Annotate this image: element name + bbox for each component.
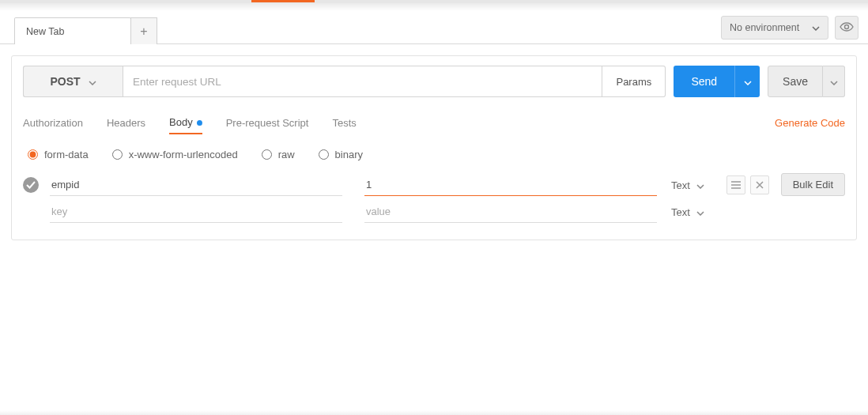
bulk-edit-button[interactable]: Bulk Edit [781, 173, 845, 196]
formdata-key-input[interactable] [50, 201, 342, 223]
radio-formdata[interactable] [28, 149, 38, 160]
row-enabled-toggle[interactable] [23, 177, 39, 193]
close-icon [756, 178, 764, 192]
eye-icon [840, 21, 854, 35]
body-type-label: raw [278, 149, 295, 160]
request-panel: POST Params Send Save Authorization Head… [11, 55, 857, 240]
generate-code-link[interactable]: Generate Code [775, 117, 845, 129]
save-button[interactable]: Save [768, 66, 823, 97]
send-dropdown[interactable] [734, 66, 760, 97]
environment-label: No environment [730, 22, 799, 33]
body-type-formdata[interactable]: form-data [28, 149, 89, 160]
formdata-type-dropdown[interactable]: Text [671, 206, 712, 218]
body-type-label: form-data [44, 149, 89, 160]
request-tab[interactable]: New Tab [14, 17, 131, 44]
row-reorder-button[interactable] [726, 175, 745, 194]
hamburger-icon [731, 178, 741, 192]
method-dropdown[interactable]: POST [23, 66, 123, 97]
method-label: POST [50, 75, 80, 88]
body-type-label: x-www-form-urlencoded [129, 149, 238, 160]
tab-body-label: Body [169, 116, 193, 128]
chevron-down-icon [744, 74, 752, 89]
formdata-type-dropdown[interactable]: Text [671, 179, 712, 191]
radio-binary[interactable] [319, 149, 329, 160]
chevron-down-icon [89, 75, 96, 88]
save-dropdown[interactable] [823, 66, 845, 97]
tab-prerequest[interactable]: Pre-request Script [226, 112, 309, 134]
tab-authorization[interactable]: Authorization [23, 112, 83, 134]
body-type-binary[interactable]: binary [319, 149, 363, 160]
type-label: Text [671, 179, 690, 191]
radio-raw[interactable] [262, 149, 272, 160]
chevron-down-icon [696, 206, 704, 218]
svg-point-0 [845, 25, 849, 29]
tab-tests[interactable]: Tests [332, 112, 356, 134]
body-type-raw[interactable]: raw [262, 149, 295, 160]
environment-dropdown[interactable]: No environment [721, 16, 828, 40]
chevron-down-icon [696, 179, 704, 191]
environment-preview-button[interactable] [835, 16, 859, 40]
formdata-key-input[interactable] [50, 174, 342, 196]
body-type-label: binary [335, 149, 363, 160]
tab-headers[interactable]: Headers [107, 112, 145, 134]
formdata-row: Text [23, 172, 845, 198]
type-label: Text [671, 206, 690, 218]
formdata-value-input[interactable] [364, 174, 657, 196]
send-button[interactable]: Send [674, 66, 734, 97]
chevron-down-icon [812, 22, 820, 33]
params-button[interactable]: Params [602, 66, 666, 97]
formdata-row-new: Text [23, 198, 845, 225]
unsaved-dot-icon [197, 120, 202, 126]
radio-urlencoded[interactable] [112, 149, 123, 160]
chevron-down-icon [830, 74, 838, 89]
row-delete-button[interactable] [750, 175, 769, 194]
formdata-value-input[interactable] [364, 201, 657, 223]
tab-body[interactable]: Body [169, 111, 202, 134]
url-input[interactable] [123, 66, 602, 97]
body-type-urlencoded[interactable]: x-www-form-urlencoded [112, 149, 238, 160]
add-tab-button[interactable]: + [130, 17, 157, 44]
